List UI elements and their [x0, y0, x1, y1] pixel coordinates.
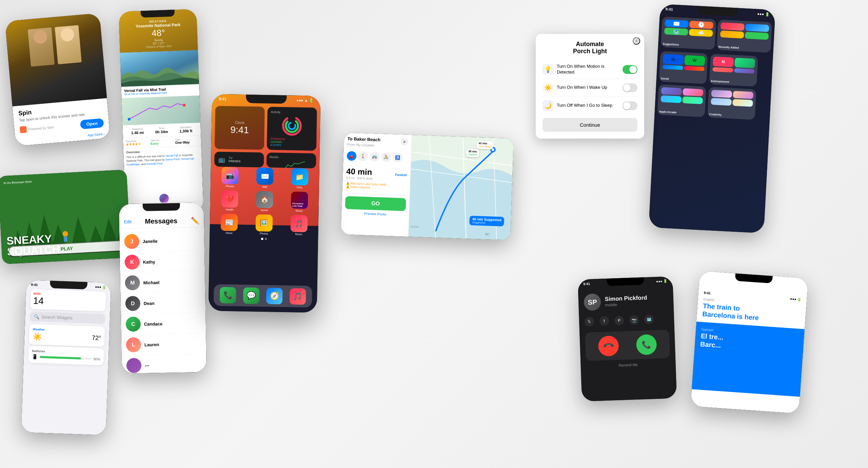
al-app-icon[interactable]: 🗺️ [664, 27, 688, 36]
route-warnings: ⚠️ Bike lanes and busy roads⚠️ Stairs re… [346, 180, 407, 192]
social-twitter[interactable]: 𝕏 [585, 317, 594, 326]
al-app-icon[interactable] [661, 87, 682, 95]
call-screen: 9:41 ●●● 🔋 SP Simon Pickford mobile 𝕏 f … [578, 276, 677, 402]
mode-walk[interactable]: 🚶 [358, 151, 368, 161]
al-app-icon[interactable] [682, 96, 703, 104]
mode-transit[interactable]: 🚌 [370, 152, 379, 162]
dock-messages[interactable]: 💬 [243, 287, 260, 304]
dock-music[interactable]: 🎵 [290, 288, 306, 305]
message-row-3[interactable]: M Michael [125, 271, 200, 293]
notch [246, 95, 287, 104]
activity-hours: 4/12HRS [270, 143, 313, 147]
activity-label: Activity [271, 110, 314, 114]
motion-toggle[interactable] [623, 65, 637, 74]
route-option-1: 40 min Fastest 5.3 mi · 500 ft climb ⚠️ … [346, 164, 407, 196]
mode-car[interactable]: 🚗 [347, 151, 357, 161]
message-row-5[interactable]: C Candace [125, 313, 201, 335]
al-app-icon[interactable] [712, 67, 733, 73]
accept-call-button[interactable]: 📞 [636, 334, 657, 355]
al-time: 9:41 [665, 7, 673, 12]
al-app-icon[interactable]: 🕐 [689, 21, 713, 29]
al-cat-arcade: Apple Arcade [657, 84, 706, 117]
spin-appstore-link[interactable]: App Store › [87, 132, 105, 137]
call-actions: 📞 📞 [585, 330, 670, 361]
messages-edit-button[interactable]: Edit [124, 219, 132, 224]
al-netflix-icon[interactable]: N [713, 57, 734, 67]
al-app-icon[interactable] [733, 91, 753, 99]
end-call-button[interactable]: 📞 [594, 332, 623, 361]
overview-text: Overview This is a difficult one way tra… [123, 146, 202, 168]
widget-stocks: Stocks [267, 152, 316, 168]
msg-notch [143, 203, 180, 211]
app-files[interactable]: 📁 Files [291, 168, 308, 189]
al-app-icon[interactable] [721, 22, 745, 30]
spin-brand: Powered by Spin [20, 124, 54, 134]
al-app-icon[interactable] [683, 88, 703, 96]
avatar-lauren: L [126, 337, 141, 352]
app-health-label: Health [225, 208, 233, 211]
social-instagram[interactable]: 📷 [629, 315, 639, 325]
siri-button[interactable] [159, 194, 169, 203]
social-pinterest[interactable]: P [614, 316, 624, 325]
al-app-icon[interactable] [732, 99, 753, 107]
app-mail[interactable]: ✉️ Mail [256, 168, 274, 189]
dock-phone[interactable]: 📞 [220, 287, 236, 304]
difficulty-value: Easy [151, 141, 174, 145]
app-health[interactable]: ❤️ Health [221, 190, 238, 211]
al-app-icon[interactable] [745, 32, 769, 40]
app-news[interactable]: 📰 News [221, 214, 238, 235]
message-row-7[interactable]: --- [126, 354, 202, 373]
message-row-4[interactable]: D Dean [125, 292, 201, 314]
phone-messages: Edit Messages ✏️ J Janelle K Kathy [119, 203, 207, 373]
wake-toggle[interactable] [623, 83, 637, 92]
al-app-icon[interactable]: ☁️ [689, 29, 713, 37]
svg-point-3 [286, 120, 298, 132]
phone-spin: Spin Tap open to unlock this scooter and… [5, 13, 110, 146]
widgets-search-bar[interactable]: 🔍 Search Widgets [30, 311, 105, 324]
app-chromatica[interactable]: ChromaticaLady Gaga Music [291, 191, 308, 212]
continue-button[interactable]: Continue [542, 118, 637, 132]
social-maps[interactable]: 🗺️ [644, 314, 654, 324]
al-app-icon[interactable] [720, 30, 744, 39]
al-linkedin-icon[interactable]: in [663, 54, 684, 65]
al-app-icon[interactable] [745, 24, 769, 32]
preview-route-link[interactable]: Preview Route [345, 211, 406, 217]
dock-safari[interactable]: 🧭 [266, 288, 283, 304]
al-app-icon[interactable]: ✉️ [665, 19, 689, 27]
dock: 📞 💬 🧭 🎵 [214, 284, 312, 307]
messages-screen: Edit Messages ✏️ J Janelle K Kathy [119, 203, 207, 373]
al-app-icon[interactable] [662, 65, 683, 70]
search-placeholder-text: Search Widgets [41, 314, 73, 320]
message-row-2[interactable]: K Kathy [124, 251, 200, 273]
al-app-icon[interactable] [734, 58, 755, 68]
automate-row-motion: 💡 Turn On When Motion is Detected [542, 60, 637, 79]
mode-access[interactable]: ♿ [393, 152, 402, 162]
automate-close-button[interactable]: × [633, 37, 640, 45]
carplay-close-button[interactable]: × [400, 138, 408, 146]
call-contact: SP Simon Pickford mobile [578, 284, 674, 314]
al-app-icon[interactable] [711, 98, 732, 106]
al-app-icon[interactable] [684, 66, 705, 71]
go-button[interactable]: GO [345, 196, 406, 211]
app-music[interactable]: 🎵 Music [290, 215, 308, 236]
svg-rect-15 [64, 237, 67, 242]
spin-open-button[interactable]: Open [80, 118, 104, 129]
messages-compose-button[interactable]: ✏️ [191, 216, 199, 224]
calendar-widget: MON 14 [30, 289, 106, 311]
app-photolib[interactable]: 🖼️ Photos [255, 215, 273, 236]
call-contact-type: mobile [605, 301, 647, 307]
message-row-6[interactable]: L Lauren [126, 333, 201, 355]
mode-bike[interactable]: 🚴 [381, 152, 391, 162]
tv-icon: 📺 [217, 155, 226, 164]
al-wechat-icon[interactable]: W [684, 55, 705, 66]
weather-widget-small: Weather ☀️ 72° [29, 324, 105, 347]
app-photos[interactable]: 📷 Photos [221, 167, 239, 188]
avatar-janelle: J [124, 234, 139, 249]
al-app-icon[interactable] [711, 90, 732, 98]
al-app-icon[interactable] [734, 68, 755, 74]
social-facebook[interactable]: f [599, 316, 609, 326]
al-app-icon[interactable] [660, 95, 682, 103]
sleep-toggle[interactable] [623, 101, 637, 110]
message-row-1[interactable]: J Janelle [124, 230, 200, 252]
app-home[interactable]: 🏠 Home [256, 191, 273, 212]
